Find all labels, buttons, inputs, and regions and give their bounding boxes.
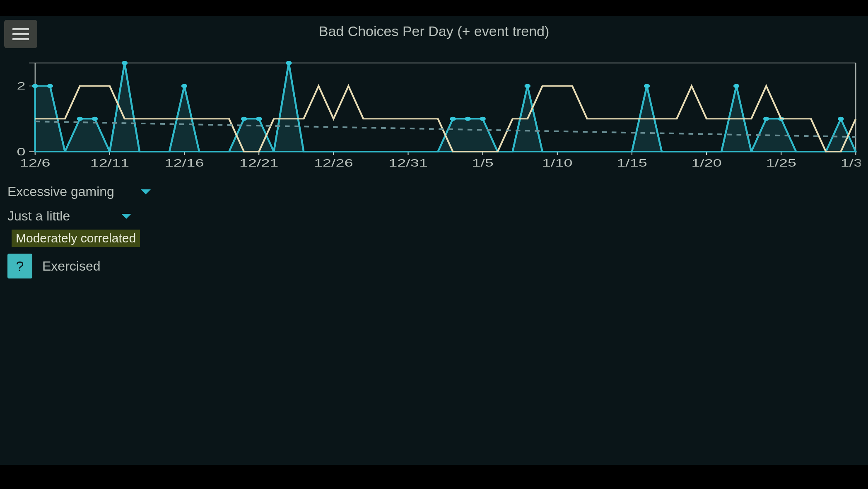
svg-point-33 bbox=[32, 84, 38, 88]
svg-point-36 bbox=[92, 117, 98, 121]
chevron-down-icon bbox=[121, 214, 131, 219]
svg-text:1/5: 1/5 bbox=[472, 157, 493, 169]
svg-text:12/16: 12/16 bbox=[165, 157, 204, 169]
intensity-dropdown[interactable]: Just a little bbox=[7, 205, 861, 230]
chevron-down-icon bbox=[141, 189, 151, 194]
svg-text:1/25: 1/25 bbox=[766, 157, 796, 169]
svg-text:2: 2 bbox=[17, 80, 26, 92]
svg-point-38 bbox=[181, 84, 188, 88]
page-title: Bad Choices Per Day (+ event trend) bbox=[0, 23, 868, 39]
svg-text:1/10: 1/10 bbox=[542, 157, 572, 169]
correlation-badge: Moderately correlated bbox=[12, 230, 140, 247]
svg-text:1/15: 1/15 bbox=[617, 157, 647, 169]
event-dropdown-label: Excessive gaming bbox=[7, 184, 114, 199]
svg-point-39 bbox=[241, 117, 247, 121]
svg-point-40 bbox=[256, 117, 262, 121]
svg-point-44 bbox=[480, 117, 486, 121]
controls: Excessive gaming Just a little Moderatel… bbox=[7, 181, 861, 278]
svg-point-45 bbox=[524, 84, 530, 88]
svg-text:12/11: 12/11 bbox=[90, 157, 129, 169]
svg-point-35 bbox=[77, 117, 83, 121]
svg-text:0: 0 bbox=[17, 146, 26, 158]
svg-point-34 bbox=[47, 84, 53, 88]
svg-point-41 bbox=[286, 61, 292, 65]
svg-text:12/21: 12/21 bbox=[239, 157, 278, 169]
svg-text:1/20: 1/20 bbox=[691, 157, 721, 169]
svg-point-43 bbox=[465, 117, 471, 121]
svg-text:12/6: 12/6 bbox=[20, 157, 50, 169]
svg-text:12/26: 12/26 bbox=[314, 157, 353, 169]
svg-point-50 bbox=[838, 117, 844, 121]
svg-text:1/30: 1/30 bbox=[841, 157, 861, 169]
svg-point-37 bbox=[122, 61, 128, 65]
svg-point-48 bbox=[763, 117, 769, 121]
svg-point-46 bbox=[644, 84, 650, 88]
secondary-dropdown-label: Exercised bbox=[42, 259, 101, 274]
svg-point-47 bbox=[733, 84, 740, 88]
help-button[interactable]: ? bbox=[7, 254, 32, 278]
help-icon: ? bbox=[16, 258, 24, 274]
svg-text:12/31: 12/31 bbox=[388, 157, 427, 169]
chart: 0212/612/1112/1612/2112/2612/311/51/101/… bbox=[7, 61, 861, 177]
svg-point-42 bbox=[450, 117, 456, 121]
event-dropdown[interactable]: Excessive gaming bbox=[7, 181, 861, 205]
intensity-dropdown-label: Just a little bbox=[7, 208, 70, 224]
app-frame: Bad Choices Per Day (+ event trend) 0212… bbox=[0, 16, 868, 465]
